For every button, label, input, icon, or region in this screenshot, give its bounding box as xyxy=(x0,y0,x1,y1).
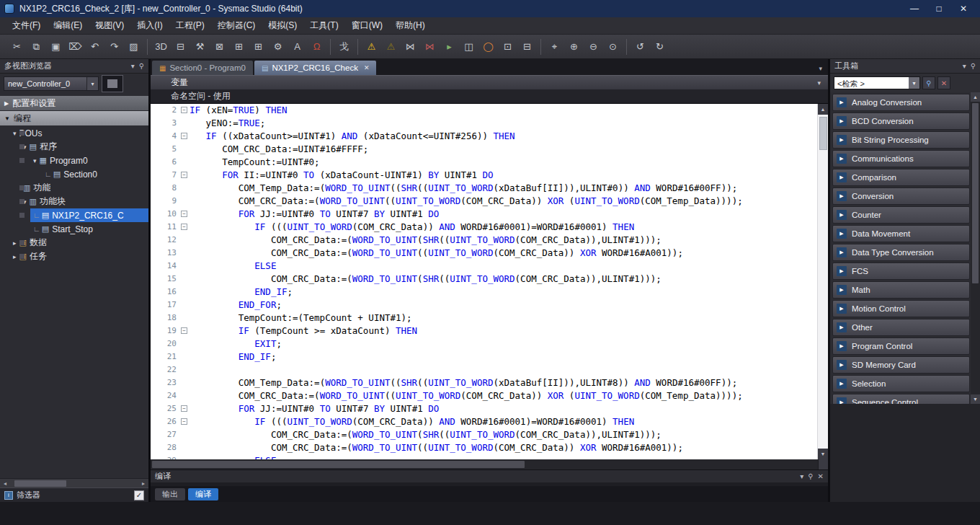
code-line[interactable]: 20 EXIT; xyxy=(151,338,817,350)
scroll-down-icon[interactable]: ▼ xyxy=(818,449,829,459)
controller-selector[interactable]: new_Controller_0 ▾ xyxy=(4,76,99,91)
tree-item-start-stop[interactable]: ∟▤Start_Stop xyxy=(0,222,148,236)
chevron-right-icon[interactable]: ▸ xyxy=(13,253,17,260)
code-line[interactable]: 15 COM_CRC_Data:=(WORD_TO_UINT(SHR((UINT… xyxy=(151,273,817,286)
tree-item-tasks[interactable]: ▸▣任务 xyxy=(0,250,148,263)
code-line[interactable]: 23 COM_Temp_Data:=(WORD_TO_UINT((SHR((UI… xyxy=(151,376,817,389)
fold-toggle-icon[interactable]: − xyxy=(181,133,187,139)
code-line[interactable]: 13 COM_CRC_Data:=(WORD_TO_UINT((UINT_TO_… xyxy=(151,247,817,260)
scroll-left-icon[interactable]: ◂ xyxy=(0,480,10,487)
zoom-in-icon[interactable]: ⊕ xyxy=(565,38,583,56)
fold-toggle-icon[interactable]: − xyxy=(181,405,187,412)
zoom-fit-icon[interactable]: ⊙ xyxy=(604,38,622,56)
synchronize-icon[interactable]: ↺ xyxy=(631,38,649,56)
toolbox-item-conversion[interactable]: ▶Conversion xyxy=(832,188,970,205)
data-grid-icon[interactable]: ⊞ xyxy=(249,38,267,56)
pin-icon[interactable]: ⚲ xyxy=(139,62,144,70)
menu-item-7[interactable]: 工具(T) xyxy=(303,17,344,34)
chevron-down-icon[interactable]: ▾ xyxy=(131,62,135,70)
code-line[interactable]: 2−IF (xEN=TRUE) THEN xyxy=(151,104,817,117)
code-line[interactable]: 28 COM_CRC_Data:=(WORD_TO_UINT((UINT_TO_… xyxy=(151,441,817,454)
tree-item-section0[interactable]: ∟▤Section0 xyxy=(0,167,148,181)
explorer-horizontal-scrollbar[interactable]: ◂ ▸ xyxy=(0,478,148,488)
scrollbar-thumb[interactable] xyxy=(152,461,525,468)
transfer-icon[interactable]: ↻ xyxy=(651,38,669,56)
code-line[interactable]: 27 COM_CRC_Data:=(WORD_TO_UINT(SHR((UINT… xyxy=(151,428,817,441)
tree-category-programming[interactable]: ▼编程 xyxy=(0,111,148,125)
tab-output[interactable]: 输出 xyxy=(155,488,185,500)
fold-toggle-icon[interactable]: − xyxy=(181,327,187,334)
chevron-right-icon[interactable]: ▸ xyxy=(13,239,17,247)
toolbox-item-bcd-conversion[interactable]: ▶BCD Conversion xyxy=(832,112,970,130)
clear-search-icon[interactable]: ✕ xyxy=(937,76,950,89)
chevron-down-icon[interactable]: ▾ xyxy=(817,79,828,87)
tree-item-program0[interactable]: ▾▦Program0 xyxy=(0,154,148,167)
chevron-down-icon[interactable]: ▾ xyxy=(909,77,919,89)
code-line[interactable]: 19− IF (TempCount >= xDataCount) THEN xyxy=(151,325,817,338)
search-icon[interactable]: ⚲ xyxy=(922,76,935,89)
toolbox-item-program-control[interactable]: ▶Program Control xyxy=(832,338,970,355)
chevron-down-icon[interactable]: ▾ xyxy=(963,62,966,70)
pin-icon[interactable]: ⚲ xyxy=(971,62,976,70)
zoom-out-icon[interactable]: ⊖ xyxy=(584,38,602,56)
toolbox-item-motion-control[interactable]: ▶Motion Control xyxy=(832,300,970,317)
menu-item-0[interactable]: 文件(F) xyxy=(6,17,47,34)
menu-item-1[interactable]: 编辑(E) xyxy=(47,17,89,34)
code-line[interactable]: 29 ELSE xyxy=(151,454,817,459)
tree-item-programs[interactable]: ▾▤程序 xyxy=(0,140,148,154)
scroll-right-icon[interactable]: ▸ xyxy=(138,480,148,487)
toolbox-item-communications[interactable]: ▶Communications xyxy=(832,150,970,167)
chevron-right-icon[interactable]: ▶ xyxy=(4,100,9,107)
tree-item-nx1p2-crc16-c[interactable]: ∟▤NX1P2_CRC16_C xyxy=(0,208,148,222)
tree-item-function-blocks[interactable]: ▾▥功能块 xyxy=(0,195,148,208)
menu-item-8[interactable]: 窗口(W) xyxy=(345,17,389,34)
tree-category-configurations-setup[interactable]: ▶配置和设置 xyxy=(0,96,148,110)
tab-nx1p2-crc16-check[interactable]: ▤ NX1P2_CRC16_Check ✕ xyxy=(254,61,377,75)
search-input[interactable]: <检索 > xyxy=(834,77,909,89)
tab-list-dropdown-icon[interactable]: ▾ xyxy=(819,65,827,75)
toolbox-item-comparison[interactable]: ▶Comparison xyxy=(832,169,970,186)
chevron-down-icon[interactable]: ▾ xyxy=(86,77,98,90)
code-line[interactable]: 21 END_IF; xyxy=(151,350,817,363)
edit-section-icon[interactable]: ▨ xyxy=(125,38,143,56)
tab-build[interactable]: 编译 xyxy=(188,488,218,500)
task-settings-icon[interactable]: ⚙ xyxy=(269,38,287,56)
scroll-up-icon[interactable]: ▲ xyxy=(818,104,829,115)
scrollbar-thumb[interactable] xyxy=(972,103,979,283)
menu-item-9[interactable]: 帮助(H) xyxy=(389,17,432,34)
chevron-down-icon[interactable]: ▾ xyxy=(33,157,37,164)
cut-icon[interactable]: ✂ xyxy=(8,38,26,56)
st-code-editor[interactable]: 2−IF (xEN=TRUE) THEN3 yENO:=TRUE;4− IF (… xyxy=(151,104,828,459)
watch-window-icon[interactable]: ⊟ xyxy=(518,38,536,56)
code-line[interactable]: 6 TempCount:=UINT#0; xyxy=(151,156,817,169)
code-line[interactable]: 16 END_IF; xyxy=(151,286,817,299)
code-line[interactable]: 7− FOR II:=UINT#0 TO (xDataCount-UINT#1)… xyxy=(151,169,817,182)
code-line[interactable]: 10− FOR JJ:=UINT#0 TO UINT#7 BY UINT#1 D… xyxy=(151,208,817,221)
menu-item-5[interactable]: 控制器(C) xyxy=(211,17,262,34)
io-map-icon[interactable]: ⊠ xyxy=(210,38,228,56)
namespace-bar[interactable]: 命名空间 - 使用 xyxy=(151,89,828,104)
close-tab-icon[interactable]: ✕ xyxy=(364,64,370,71)
chevron-down-icon[interactable]: ▾ xyxy=(13,130,17,137)
simulation-icon[interactable]: Ω xyxy=(308,38,326,56)
toolbox-item-data-movement[interactable]: ▶Data Movement xyxy=(832,225,970,242)
go-online-icon[interactable]: ⋈ xyxy=(401,38,419,56)
search-all-icon[interactable]: A xyxy=(288,38,306,56)
code-line[interactable]: 8 COM_Temp_Data:=(WORD_TO_UINT((SHR((UIN… xyxy=(151,182,817,195)
toolbox-item-other[interactable]: ▶Other xyxy=(832,319,970,336)
code-line[interactable]: 4− IF ((xDataCount>=UINT#1) AND (xDataCo… xyxy=(151,130,817,143)
chevron-down-icon[interactable]: ▾ xyxy=(800,472,803,480)
variables-bar[interactable]: 变量 ▾ xyxy=(151,75,828,89)
editor-vertical-scrollbar[interactable]: ▲ ▼ xyxy=(817,104,828,459)
variable-table-icon[interactable]: ⊞ xyxy=(230,38,248,56)
program-mode-icon[interactable]: ◫ xyxy=(460,38,478,56)
toolbox-item-math[interactable]: ▶Math xyxy=(832,281,970,299)
code-line[interactable]: 24 COM_CRC_Data:=(WORD_TO_UINT((UINT_TO_… xyxy=(151,389,817,402)
fold-toggle-icon[interactable]: − xyxy=(181,211,187,217)
scrollbar-thumb[interactable] xyxy=(14,480,66,487)
toolbox-item-sequence-control[interactable]: ▶Sequence Control xyxy=(832,394,970,404)
editor-horizontal-scrollbar[interactable] xyxy=(151,459,828,469)
scroll-up-icon[interactable]: ▲ xyxy=(971,92,980,102)
menu-item-2[interactable]: 视图(V) xyxy=(89,17,130,34)
scroll-down-icon[interactable]: ▼ xyxy=(971,394,980,404)
